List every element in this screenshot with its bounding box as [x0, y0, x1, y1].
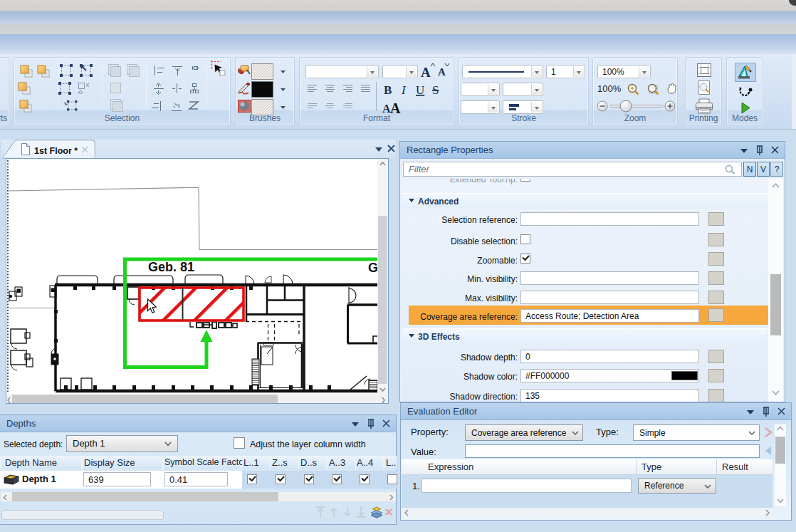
svg-text:B: B	[384, 83, 392, 97]
svg-text:S: S	[432, 83, 439, 97]
svg-text:U: U	[416, 83, 424, 97]
svg-text:Geb. 81: Geb. 81	[148, 260, 194, 274]
svg-text:A: A	[390, 100, 401, 116]
svg-text:G: G	[368, 261, 377, 275]
svg-text:A: A	[438, 66, 446, 78]
svg-text:A: A	[421, 65, 431, 80]
svg-text:1st Floor *: 1st Floor *	[34, 146, 78, 156]
svg-text:I: I	[401, 83, 407, 97]
